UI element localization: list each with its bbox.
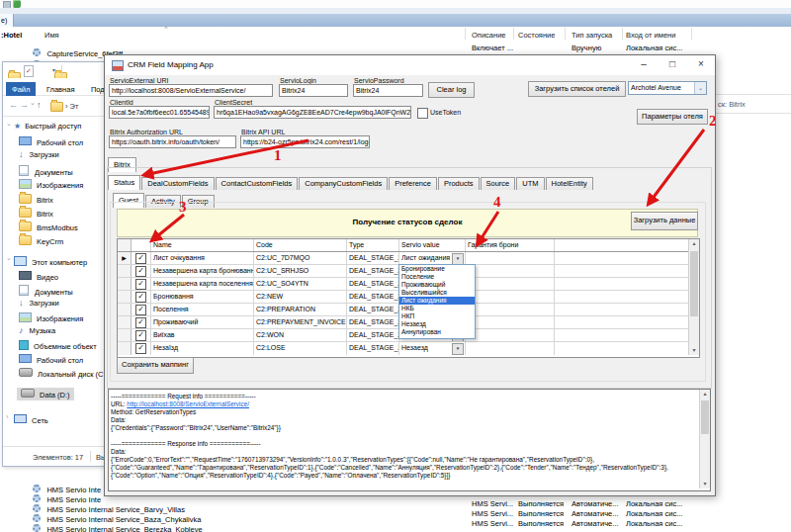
log-url-link[interactable]: http://localhost:8008/ServioExternalServ… xyxy=(127,400,249,407)
grid-scrollbar[interactable]: ▴ ▾ xyxy=(688,239,699,355)
cell-code[interactable]: C2:LOSE xyxy=(254,342,347,355)
column-header-guarantee[interactable]: Гарантия брони xyxy=(466,239,555,251)
sidebar-item-videos[interactable]: Видео xyxy=(19,271,58,282)
sidebar-item-downloads[interactable]: ↓ Загрузки xyxy=(19,150,59,159)
cell-type[interactable]: DEAL_STAGE_2 xyxy=(347,316,399,328)
tab-utm[interactable]: UTM xyxy=(516,177,544,190)
row-checkbox[interactable]: ✓ xyxy=(132,342,151,355)
row-selector[interactable] xyxy=(118,265,132,277)
sidebar-item-pictures-pc[interactable]: Изображения xyxy=(19,312,83,323)
row-selector[interactable] xyxy=(118,291,132,303)
grid-row[interactable]: ✓ Незаїзд C2:LOSE DEAL_STAGE_2 Незаезд▾ xyxy=(118,342,699,355)
sidebar-item-data-d[interactable]: Data (D:) xyxy=(17,388,74,400)
dropdown-item[interactable]: Поселение xyxy=(399,273,475,281)
scroll-up-icon[interactable]: ▴ xyxy=(689,239,699,248)
services-app-icon[interactable] xyxy=(13,0,21,8)
cell-name[interactable]: Незаїзд xyxy=(151,342,254,355)
save-mapping-button[interactable]: Сохранить маппинг xyxy=(117,357,194,374)
dropdown-item[interactable]: НКП xyxy=(399,312,475,320)
cell-name[interactable]: Проживаючий xyxy=(151,316,254,328)
cell-servio-combo[interactable]: Лист ожидания▾ xyxy=(399,252,466,264)
cell-type[interactable]: DEAL_STAGE_2 xyxy=(347,304,399,315)
minimize-button[interactable]: – xyxy=(630,55,658,74)
forward-icon[interactable]: → xyxy=(20,100,29,110)
log-output[interactable]: -----============ Request info =========… xyxy=(108,389,711,491)
cell-type[interactable]: DEAL_STAGE_2 xyxy=(347,342,399,355)
sidebar-network[interactable]: Сеть xyxy=(14,414,48,425)
tab-status[interactable]: Status xyxy=(108,175,140,190)
row-checkbox[interactable]: ✓ xyxy=(132,265,151,277)
client-id-input[interactable]: local.5e7a0fbf6eec01.65545489 xyxy=(109,106,210,119)
cell-name[interactable]: Виїхав xyxy=(151,329,254,341)
cell-code[interactable]: C2:WON xyxy=(254,329,347,341)
row-checkbox[interactable]: ✓ xyxy=(132,291,151,303)
sidebar-item-documents[interactable]: Документы xyxy=(19,165,73,177)
properties-icon[interactable]: ✓ xyxy=(24,65,34,77)
sidebar-this-pc[interactable]: Этот компьютер xyxy=(14,256,87,267)
cell-guarantee[interactable] xyxy=(466,304,555,315)
cell-type[interactable]: DEAL_STAGE_2 xyxy=(347,278,399,290)
cell-type[interactable]: DEAL_STAGE_2 xyxy=(347,291,399,303)
servio-login-input[interactable]: Bitrix24 xyxy=(279,84,348,97)
column-header-servio-value[interactable]: Servio value xyxy=(399,239,466,251)
grid-corner[interactable] xyxy=(118,239,132,251)
client-secret-input[interactable]: hr6qa1EHao9a5vxagAG6gZE8EeAD7Cre4epw9bqJ… xyxy=(214,106,411,119)
column-header-name[interactable]: Имя xyxy=(44,31,59,40)
scroll-down-icon[interactable]: ▾ xyxy=(689,346,699,355)
cell-name[interactable]: Поселення xyxy=(151,304,254,315)
sidebar-item-desktop-pc[interactable]: Рабочий стол xyxy=(19,354,83,365)
tab-companycustomfields[interactable]: CompanyCustomFields xyxy=(299,177,388,190)
cell-guarantee[interactable] xyxy=(466,278,555,290)
dropdown-item[interactable]: Бронирование xyxy=(399,265,475,273)
sidebar-item-3d-objects[interactable]: Объемные объект xyxy=(19,340,97,351)
sidebar-quick-access[interactable]: ★ Быстрый доступ xyxy=(14,122,81,131)
cell-guarantee[interactable] xyxy=(466,316,555,328)
column-header-description[interactable]: Описание xyxy=(472,31,506,40)
cell-name[interactable]: Незавершена карта бронювання xyxy=(151,265,254,277)
row-checkbox[interactable]: ✓ xyxy=(132,278,151,290)
cell-code[interactable]: C2:PREPAYMENT_INVOICE xyxy=(254,316,347,328)
combo-arrow-icon[interactable]: ▾ xyxy=(452,343,464,355)
row-selector[interactable] xyxy=(118,304,132,315)
row-checkbox[interactable]: ✓ xyxy=(132,329,151,341)
cell-guarantee[interactable] xyxy=(466,252,555,264)
dropdown-item[interactable]: Выселившийся xyxy=(399,289,475,297)
column-header-logon[interactable]: Вход от имени xyxy=(626,31,675,40)
up-icon[interactable]: ↑ xyxy=(37,100,42,110)
tab-file[interactable]: Файл xyxy=(6,82,36,96)
checkbox-column-header[interactable] xyxy=(132,239,151,251)
cell-guarantee[interactable] xyxy=(466,329,555,341)
dropdown-item[interactable]: Проживающий xyxy=(399,281,475,289)
maximize-button[interactable]: □ xyxy=(659,55,686,74)
bitrix-api-url-input[interactable]: https://b24-ozr5ps.bitrix24.com/rest/1/l… xyxy=(240,135,370,148)
hotel-select[interactable]: Archotel Avenue ⌄ xyxy=(628,81,707,95)
cell-code[interactable]: C2:PREPARATION xyxy=(254,304,347,315)
services-corner-tab[interactable]: е) xyxy=(0,14,14,27)
row-checkbox[interactable]: ✓ xyxy=(132,304,151,315)
row-selector[interactable]: ▶ xyxy=(118,252,132,264)
sidebar-item-local-disk-c[interactable]: Локальный диск (C xyxy=(19,368,104,379)
dropdown-item[interactable]: НКБ xyxy=(399,305,475,312)
log-scrollbar[interactable]: ▴ ▾ xyxy=(699,390,710,488)
expand-icon[interactable]: ⌄ xyxy=(6,254,12,262)
sidebar-item-bmsmodbus[interactable]: BmsModbus xyxy=(19,222,78,232)
sidebar-item-bitrix-1[interactable]: Bitrix xyxy=(19,194,53,205)
cell-code[interactable]: C2:UC_7D7MQO xyxy=(254,252,347,264)
servio-password-input[interactable]: Bitrix24 xyxy=(353,84,423,97)
hotel-params-button[interactable]: Параметры отеля xyxy=(637,109,708,125)
servio-external-uri-input[interactable]: http://localhost:8008/ServioExternalServ… xyxy=(109,84,273,97)
cell-code[interactable]: C2:NEW xyxy=(254,291,347,303)
sidebar-item-bitrix-2[interactable]: Bitrix xyxy=(19,208,53,219)
sidebar-item-music[interactable]: ♪ Музыка xyxy=(19,326,55,335)
load-data-button[interactable]: Загрузить данные xyxy=(631,212,698,230)
use-token-checkbox[interactable] xyxy=(417,108,428,119)
cell-servio-combo[interactable]: Незаезд▾ xyxy=(399,342,466,355)
back-icon[interactable]: ← xyxy=(9,100,18,110)
row-selector[interactable] xyxy=(118,316,132,328)
column-header-state[interactable]: Состояние xyxy=(518,31,555,40)
scroll-up-icon[interactable]: ▴ xyxy=(700,390,710,399)
cell-guarantee[interactable] xyxy=(466,265,555,277)
cell-name[interactable]: Лист очікування xyxy=(151,252,254,264)
tab-home[interactable]: Главная xyxy=(41,82,81,96)
cell-type[interactable]: DEAL_STAGE_2 xyxy=(347,265,399,277)
